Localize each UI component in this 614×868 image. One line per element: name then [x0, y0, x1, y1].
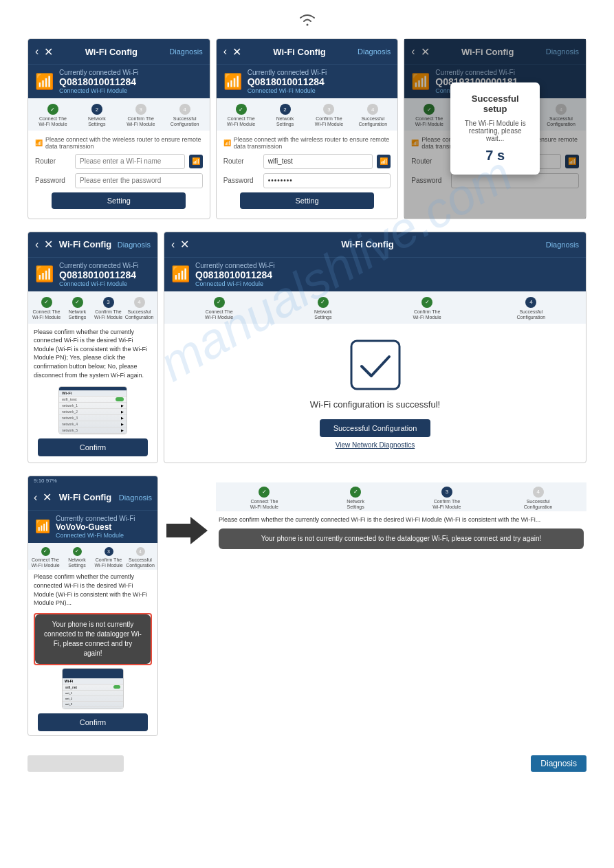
row3-right-steps: ✓ Connect The Wi-Fi Module ✓ Network Set…	[216, 482, 586, 512]
panel1-router-label: Router	[35, 157, 71, 165]
panel3: ‹ ✕ Wi-Fi Config Diagnosis 📶 Currently c…	[404, 38, 586, 219]
top-wifi-icon	[0, 0, 614, 36]
row2-right-diagnosis[interactable]: Diagnosis	[546, 241, 579, 249]
panel2-router-label: Router	[223, 157, 259, 165]
panel2-setting-btn[interactable]: Setting	[240, 192, 374, 209]
panel2-conn-ssid: Q0818010011284	[248, 76, 327, 87]
row2-right-header: ‹ ✕ Wi-Fi Config Diagnosis	[164, 232, 586, 257]
row3-left-title: Wi-Fi Config	[57, 492, 113, 502]
row3-left-nav-left[interactable]: ‹	[34, 491, 37, 504]
step2-2: 2 Network Settings	[268, 104, 303, 128]
panel1-title: Wi-Fi Config	[58, 47, 164, 57]
bottom-diagnosis-btn[interactable]: Diagnosis	[531, 755, 586, 772]
row2-left-nav-close[interactable]: ✕	[44, 238, 53, 251]
panel2-password-row: Password	[223, 173, 391, 188]
row3-left-steps: ✓ Connect The Wi-Fi Module ✓ Network Set…	[28, 543, 157, 570]
panel1-router-input[interactable]	[75, 154, 185, 169]
panel1-diagnosis[interactable]: Diagnosis	[169, 47, 202, 56]
panel3-popup-overlay: Successful setup The Wi-Fi Module is res…	[404, 39, 586, 219]
panel2-nav-close[interactable]: ✕	[232, 45, 241, 58]
panel1-password-row: Password	[35, 173, 203, 188]
panel2-password-label: Password	[223, 177, 259, 184]
row2-left-connected: 📶 Currently connected Wi-Fi Q08180100112…	[28, 257, 157, 291]
panel2-steps: ✓ Connect The Wi-Fi Module 2 Network Set…	[217, 98, 398, 131]
panel1-info-text: Please connect with the wireless router …	[45, 136, 203, 150]
panel2-nav-left[interactable]: ‹	[223, 45, 227, 58]
panel1-password-label: Password	[35, 177, 71, 184]
panel2-router-row: Router 📶	[223, 154, 391, 169]
panel1-nav-left[interactable]: ‹	[35, 45, 39, 58]
row2-left-diagnosis[interactable]: Diagnosis	[118, 241, 151, 249]
row3-left-phone-screenshot: Wi-Fi wifi_net net_1 net_2 net_3	[62, 668, 124, 709]
row3-right-panel: ✓ Connect The Wi-Fi Module ✓ Network Set…	[216, 476, 586, 549]
row3-left-diagnosis[interactable]: Diagnosis	[119, 493, 152, 502]
panel2: ‹ ✕ Wi-Fi Config Diagnosis 📶 Currently c…	[216, 38, 399, 219]
row2-right-title: Wi-Fi Config	[195, 239, 540, 249]
panel1-router-row: Router 📶	[35, 154, 203, 169]
panel1-conn-label: Currently connected Wi-Fi	[59, 69, 139, 76]
row2-left-panel: ‹ ✕ Wi-Fi Config Diagnosis 📶 Currently c…	[28, 232, 158, 463]
row2-panels: ‹ ✕ Wi-Fi Config Diagnosis 📶 Currently c…	[0, 232, 614, 463]
panel2-header: ‹ ✕ Wi-Fi Config Diagnosis	[217, 39, 398, 64]
panel3-popup-body: The Wi-Fi Module is restarting, please w…	[464, 120, 526, 142]
row2-left-title: Wi-Fi Config	[58, 239, 111, 249]
step1-2: 2 Network Settings	[80, 104, 114, 128]
row3-left-note: Please confirm whether the currently con…	[28, 570, 157, 610]
panel2-conn-label: Currently connected Wi-Fi	[248, 69, 327, 76]
row2-left-header: ‹ ✕ Wi-Fi Config Diagnosis	[28, 232, 157, 257]
panel2-conn-module: Connected Wi-Fi Module	[248, 87, 327, 94]
step2-1: ✓ Connect The Wi-Fi Module	[224, 104, 259, 128]
row3-left-connected: 📶 Currently connected Wi-Fi VoVoVo-Guest…	[28, 510, 157, 543]
row3-left-error-box: Your phone is not currently connected to…	[34, 613, 152, 665]
row1-panels: ‹ ✕ Wi-Fi Config Diagnosis 📶 Currently c…	[0, 38, 614, 219]
panel1-steps: ✓ Connect The Wi-Fi Module 2 Network Set…	[28, 98, 210, 131]
panel1-setting-btn[interactable]: Setting	[52, 192, 186, 209]
row3-left-panel: 9:10 97% ‹ ✕ Wi-Fi Config Diagnosis 📶 Cu…	[28, 476, 158, 736]
panel2-wifi-search-btn[interactable]: 📶	[377, 155, 391, 168]
bottom-row: Diagnosis	[0, 748, 614, 779]
panel2-router-input[interactable]	[263, 154, 373, 169]
panel3-popup-title: Successful setup	[464, 93, 526, 114]
panel3-popup-timer: 7 s	[464, 148, 526, 164]
row2-right-steps: ✓ Connect The Wi-Fi Module ✓ Network Set…	[164, 291, 586, 324]
row2-right-config-btn[interactable]: Successful Configuration	[320, 419, 431, 437]
panel1-conn-module: Connected Wi-Fi Module	[59, 87, 139, 94]
row3-left-error-toast: Your phone is not currently connected to…	[35, 614, 151, 664]
panel2-diagnosis[interactable]: Diagnosis	[358, 47, 391, 56]
panel2-password-input[interactable]	[263, 173, 391, 188]
panel1-body: 📶 Please connect with the wireless route…	[28, 131, 210, 219]
step1-1: ✓ Connect The Wi-Fi Module	[36, 104, 70, 128]
step2-4: 4 Successful Configuration	[355, 104, 390, 128]
row3-left-confirm-btn[interactable]: Confirm	[38, 713, 148, 731]
panel1-conn-ssid: Q0818010011284	[59, 76, 139, 87]
panel1-connected-banner: 📶 Currently connected Wi-Fi Q08180100112…	[28, 64, 210, 98]
row2-right-nav-close[interactable]: ✕	[180, 238, 189, 251]
row3-left-header: ‹ ✕ Wi-Fi Config Diagnosis	[28, 485, 157, 510]
panel1-header: ‹ ✕ Wi-Fi Config Diagnosis	[28, 39, 210, 64]
row3-right-note: Please confirm whether the currently con…	[216, 511, 586, 528]
svg-rect-0	[351, 341, 399, 389]
row2-right-success-text: Wi-Fi configuration is successful!	[310, 399, 440, 410]
row2-left-wifi-icon: 📶	[35, 265, 54, 283]
row2-right-nav-left[interactable]: ‹	[171, 238, 175, 251]
row2-left-nav-left[interactable]: ‹	[35, 238, 39, 251]
panel2-title: Wi-Fi Config	[247, 47, 352, 57]
row3-left-nav-close[interactable]: ✕	[43, 491, 52, 504]
row2-left-body-text: Please confirm whether the currently con…	[28, 324, 157, 384]
row3-panels: 9:10 97% ‹ ✕ Wi-Fi Config Diagnosis 📶 Cu…	[0, 476, 614, 736]
panel1-nav-close[interactable]: ✕	[44, 45, 53, 58]
row2-right-network-link[interactable]: View Network Diagnostics	[336, 441, 415, 449]
row2-left-confirm-btn[interactable]: Confirm	[38, 438, 148, 456]
svg-marker-1	[166, 517, 208, 544]
row2-left-phone-screenshot: Wi-Fi wifi_test network_1▶ network_2▶ ne…	[58, 386, 127, 434]
panel2-body: 📶 Please connect with the wireless route…	[217, 131, 398, 219]
panel1-password-input[interactable]	[75, 173, 203, 188]
step1-3: 3 Confirm The Wi-Fi Module	[124, 104, 158, 128]
bottom-gray-bar	[28, 755, 124, 772]
row3-status-bar: 9:10 97%	[28, 476, 157, 485]
panel1-wifi-search-btn[interactable]: 📶	[189, 155, 203, 168]
panel1: ‹ ✕ Wi-Fi Config Diagnosis 📶 Currently c…	[28, 38, 210, 219]
panel2-info-text: Please connect with the wireless router …	[234, 136, 391, 150]
row2-right-wifi-icon: 📶	[171, 265, 190, 283]
panel3-popup: Successful setup The Wi-Fi Module is res…	[450, 82, 540, 175]
